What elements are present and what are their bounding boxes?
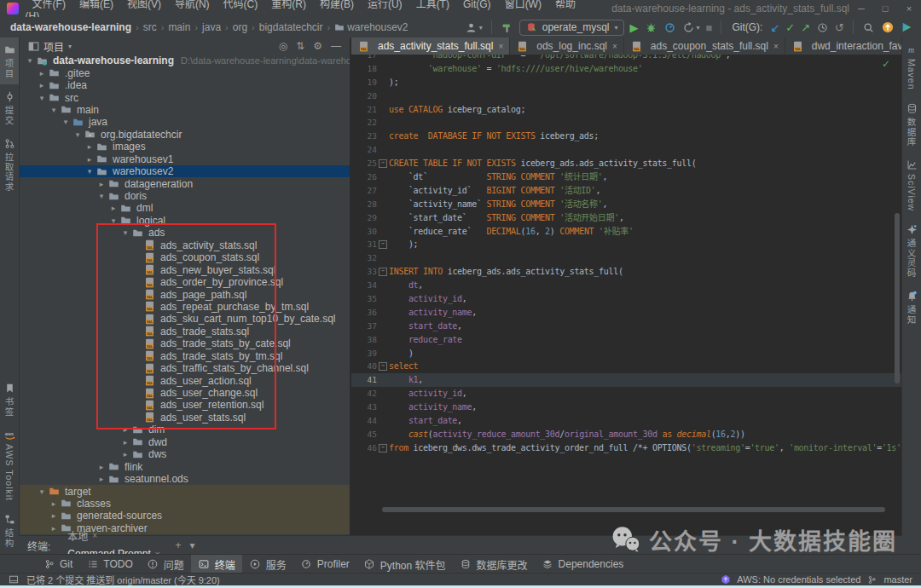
expand-collapse-icon[interactable]: ⇅ (296, 40, 304, 52)
tab-close-icon[interactable]: × (498, 42, 503, 51)
editor-tab-ads_activity_stats_full.sql[interactable]: SQLads_activity_stats_full.sql× (351, 37, 510, 55)
editor-horizontal-scrollbar[interactable] (382, 507, 885, 512)
tool-button-TODO[interactable]: TODO (79, 555, 139, 574)
tree-chevron-icon[interactable]: ▾ (72, 130, 84, 139)
tree-item-warehousev2[interactable]: ▾warehousev2 (19, 165, 350, 177)
tree-chevron-icon[interactable]: ▾ (60, 118, 72, 126)
git-update-icon[interactable]: ↙ (770, 21, 779, 34)
layout-icon[interactable] (7, 574, 20, 586)
breadcrumb-item-org[interactable]: org (231, 21, 249, 33)
editor-tab-ads_coupon_stats_full.sql[interactable]: SQLads_coupon_stats_full.sql× (624, 37, 785, 55)
tree-chevron-icon[interactable]: ▸ (96, 463, 107, 471)
tool-window-button-结构[interactable]: 结构 (0, 507, 19, 554)
tree-chevron-icon[interactable]: ▸ (84, 155, 96, 164)
debug-icon[interactable] (645, 21, 657, 34)
fold-marker-icon[interactable]: − (377, 441, 389, 455)
tree-item-dws[interactable]: ▸dws (19, 448, 350, 460)
tree-chevron-icon[interactable]: ▸ (96, 180, 107, 188)
tool-button-服务[interactable]: 服务 (242, 555, 293, 574)
tree-item-src[interactable]: ▾src (19, 91, 350, 103)
run-anything-icon[interactable] (900, 21, 912, 34)
menu-item-4[interactable]: 代码(C) (217, 0, 265, 10)
tree-item-java[interactable]: ▾java (19, 116, 350, 128)
tree-item-.gitee[interactable]: ▸.gitee (19, 66, 350, 78)
aws-credentials-status[interactable]: AWS: No credentials selected (737, 574, 860, 585)
tree-chevron-icon[interactable]: ▸ (84, 142, 96, 151)
tree-item-dwd[interactable]: ▸dwd (19, 436, 350, 448)
user-icon[interactable]: ▾ (465, 21, 483, 34)
stop-icon[interactable]: ■ (706, 21, 713, 34)
terminal-tab-本地[interactable]: 本地× (64, 526, 163, 545)
tool-window-button-通义灵码[interactable]: 通义灵码 (902, 217, 921, 284)
menu-item-0[interactable]: 文件(F) (26, 0, 72, 10)
history-icon[interactable] (816, 21, 829, 34)
maximize-button[interactable]: □ (873, 3, 897, 14)
tool-window-button-通知[interactable]: 通知 (902, 284, 921, 331)
tree-chevron-icon[interactable]: ▸ (119, 450, 131, 458)
tree-chevron-icon[interactable]: ▸ (48, 511, 60, 520)
project-panel-title[interactable]: 项目 ▾ (27, 39, 72, 54)
tree-chevron-icon[interactable]: ▸ (119, 438, 131, 447)
tool-button-问题[interactable]: 问题 (140, 555, 191, 574)
tool-button-Python 软件包[interactable]: Python 软件包 (356, 555, 453, 574)
hide-panel-icon[interactable]: — (331, 40, 341, 52)
status-message[interactable]: 已将 2 个提交 推送到 origin/master (今天 9:20) (26, 573, 220, 586)
tree-item-flink[interactable]: ▸flink (19, 460, 350, 472)
breadcrumb-item-bigdatatechcir[interactable]: bigdatatechcir (258, 21, 325, 33)
tree-item-main[interactable]: ▾main (19, 104, 350, 116)
menu-item-9[interactable]: Git(G) (456, 0, 498, 10)
breadcrumb-item-main[interactable]: main (166, 21, 192, 33)
fold-marker-icon[interactable]: − (377, 360, 389, 373)
breadcrumb-item-java[interactable]: java (200, 21, 223, 33)
tool-button-Dependencies[interactable]: Dependencies (535, 555, 631, 574)
terminal-dropdown-icon[interactable]: ▾ (190, 539, 195, 551)
menu-item-5[interactable]: 重构(R) (264, 0, 313, 10)
git-commit-icon[interactable]: ✓ (785, 21, 795, 34)
breadcrumb-item-data-warehouse-learning[interactable]: data-warehouse-learning (9, 21, 133, 33)
tree-item-warehousev1[interactable]: ▸warehousev1 (19, 153, 350, 165)
profiler-icon[interactable] (663, 21, 676, 34)
update-badge-icon[interactable] (881, 21, 894, 34)
search-icon[interactable] (862, 21, 875, 34)
tree-item-generated-sources[interactable]: ▸generated-sources (19, 510, 350, 522)
close-button[interactable]: × (897, 3, 921, 14)
tree-chevron-icon[interactable]: ▸ (36, 69, 48, 78)
tool-window-button-SciView[interactable]: SciView (902, 153, 921, 217)
menu-item-8[interactable]: 工具(T) (409, 0, 456, 10)
minimize-button[interactable]: ─ (849, 3, 873, 14)
tree-chevron-icon[interactable]: ▾ (24, 56, 36, 65)
editor-tab-ods_log_inc.sql[interactable]: SQLods_log_inc.sql× (510, 37, 624, 55)
settings-gear-icon[interactable]: ⚙ (313, 40, 322, 52)
menu-item-3[interactable]: 导航(N) (168, 0, 217, 10)
tree-item-.idea[interactable]: ▸.idea (19, 79, 350, 91)
build-hammer-icon[interactable] (501, 21, 513, 34)
tree-chevron-icon[interactable]: ▾ (48, 106, 60, 114)
git-push-icon[interactable]: ↗ (801, 21, 810, 34)
tree-chevron-icon[interactable]: ▾ (84, 167, 96, 176)
tab-close-icon[interactable]: × (612, 42, 617, 51)
fold-marker-icon[interactable]: − (377, 157, 389, 170)
breadcrumb-item-warehousev2[interactable]: warehousev2 (345, 21, 409, 33)
tool-button-Profiler[interactable]: Profiler (293, 555, 356, 574)
tree-item-target[interactable]: ▾target (19, 485, 350, 497)
rollback-icon[interactable]: ↺ (835, 21, 844, 34)
menu-item-1[interactable]: 编辑(E) (72, 0, 120, 10)
run-config-select[interactable]: operate_mysql▾ (519, 20, 624, 36)
tree-item-dml[interactable]: ▸dml (19, 202, 350, 214)
tool-window-button-数据库[interactable]: 数据库 (902, 96, 921, 153)
tool-window-button-书签[interactable]: 书签 (0, 376, 19, 423)
tree-item-org.bigdatatechcir[interactable]: ▾org.bigdatatechcir (19, 129, 350, 141)
tool-window-button-项目[interactable]: 项目 (0, 37, 19, 84)
editor-vertical-scrollbar[interactable] (895, 213, 900, 383)
tool-window-button-提交[interactable]: 提交 (0, 84, 19, 131)
breadcrumb-item-src[interactable]: src (142, 21, 159, 33)
menu-item-2[interactable]: 视图(V) (120, 0, 168, 10)
tool-window-button-AWS Toolkit[interactable]: awsAWS Toolkit (0, 423, 19, 507)
locate-icon[interactable]: ◎ (279, 40, 287, 52)
code-editor[interactable]: 17 'hadoop-conf-dir' = '/opt/software/ha… (351, 55, 902, 535)
terminal-tab-close-icon[interactable]: × (92, 531, 97, 540)
git-branch-name[interactable]: master (883, 574, 912, 585)
tree-item-data-warehouse-learning[interactable]: ▾data-warehouse-learningD:\data-warehous… (19, 55, 350, 66)
editor-tab-dwd_interaction_favor_add_full.sql[interactable]: SQLdwd_interaction_favor_add_full.sql× (785, 37, 902, 55)
tree-item-seatunnel.ods[interactable]: ▸seatunnel.ods (19, 473, 350, 485)
